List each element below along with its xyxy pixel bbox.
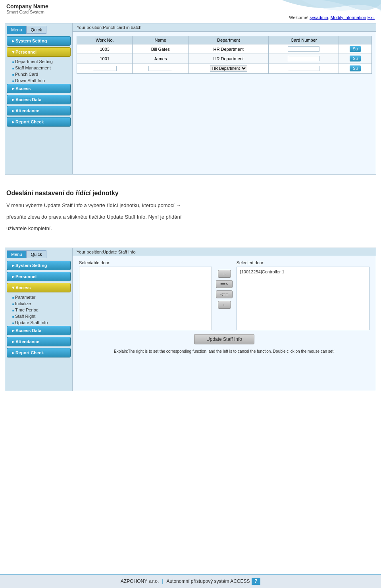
header-right: Welcome! sysadmin, Modify information Ex… <box>289 3 375 20</box>
new-work-no[interactable] <box>93 66 117 71</box>
app-window-2: Menu Quick ►System Setting ►Personnel ▼A… <box>5 248 376 391</box>
nav-access-2[interactable]: ▼Access <box>7 283 71 292</box>
company-name: Company Name <box>6 3 48 10</box>
app-window-1: Menu Quick ►System Setting ▼Personnel De… <box>5 23 376 175</box>
nav-report-check-1[interactable]: ►Report Check <box>7 117 71 127</box>
nav-staff-mgmt-1[interactable]: Staff Management <box>7 65 71 71</box>
footer-description: Autonomní přístupový systém ACCESS <box>166 578 250 584</box>
nav-time-period-2[interactable]: Time Period <box>7 307 71 313</box>
col-department: Department <box>188 36 269 44</box>
text-para-1: V menu vyberte Update Staff Info a vyber… <box>6 202 375 210</box>
door-columns: Selectable door: → ==> <== ← Selected do… <box>79 260 369 330</box>
dept-dropdown[interactable]: HR Department <box>210 65 247 72</box>
selected-door-box: Selected door: [10012254]Controller 1 <box>237 260 369 330</box>
nav-personnel-2[interactable]: ►Personnel <box>7 272 71 281</box>
tab-menu-1[interactable]: Menu <box>7 26 27 34</box>
card-input[interactable] <box>288 56 319 61</box>
cell-name: Bill Gates <box>133 44 188 54</box>
punch-card-table: Work No. Name Department Card Number 100… <box>77 36 372 74</box>
cell-dept: HR Department <box>188 44 269 54</box>
footer-divider: | <box>162 578 163 584</box>
nav-report-check-2[interactable]: ►Report Check <box>7 348 71 357</box>
nav-staff-right-2[interactable]: Staff Right <box>7 313 71 319</box>
selectable-door-label: Selectable door: <box>79 260 212 265</box>
arrow-right-all[interactable]: ==> <box>216 280 232 288</box>
window-body-2: Menu Quick ►System Setting ►Personnel ▼A… <box>5 248 376 391</box>
explain-text: Explain:The right is to set the correspo… <box>79 348 369 354</box>
position-bar-2: Your position:Update Staff Info <box>73 248 376 256</box>
col-work-no: Work No. <box>77 36 133 44</box>
footer: AZPOHONY s.r.o. | Autonomní přístupový s… <box>0 574 381 588</box>
cell-dept-new: HR Department <box>188 63 269 74</box>
nav-update-staff-2[interactable]: Update Staff Info <box>7 319 71 326</box>
nav-access-data-1[interactable]: ►Access Data <box>7 95 71 104</box>
cell-work-no-new <box>77 63 133 74</box>
submit-btn-2[interactable]: Su <box>350 56 361 61</box>
nav-access-1[interactable]: ►Access <box>7 84 71 93</box>
cell-submit-new: Su <box>339 63 372 74</box>
position-bar-1: Your position:Punch card in batch <box>73 23 376 32</box>
table-row: 1001 James HR Department Su <box>77 54 372 63</box>
submit-btn-new[interactable]: Su <box>350 65 361 71</box>
header: Company Name Smart Card System Welcome! … <box>0 0 381 20</box>
nav-punch-card-1[interactable]: Punch Card <box>7 71 71 77</box>
tab-menu-2[interactable]: Menu <box>7 250 27 258</box>
tab-quick-2[interactable]: Quick <box>27 250 46 258</box>
cell-card <box>269 44 339 54</box>
cell-work-no: 1001 <box>77 54 133 63</box>
exit-link[interactable]: Exit <box>368 15 375 20</box>
new-card[interactable] <box>288 66 319 71</box>
cell-name: James <box>133 54 188 63</box>
text-section: Odeslání nastavení do řídící jednotky V … <box>0 178 381 244</box>
window-body-1: Menu Quick ►System Setting ▼Personnel De… <box>5 23 376 174</box>
sidebar-tabs-1: Menu Quick <box>7 26 71 34</box>
welcome-text: Welcome! <box>289 15 308 20</box>
main-content-2: Your position:Update Staff Info Selectab… <box>73 248 376 391</box>
nav-parameter-2[interactable]: Parameter <box>7 294 71 300</box>
card-input[interactable] <box>288 46 319 52</box>
cell-work-no: 1003 <box>77 44 133 54</box>
arrow-right-single[interactable]: → <box>218 270 231 278</box>
nav-attendance-1[interactable]: ►Attendance <box>7 106 71 115</box>
cell-card-new <box>269 63 339 74</box>
col-action <box>339 36 372 44</box>
text-heading: Odeslání nastavení do řídící jednotky <box>6 190 375 197</box>
cell-submit: Su <box>339 44 372 54</box>
selected-door-label: Selected door: <box>237 260 369 265</box>
cell-card <box>269 54 339 63</box>
text-para-2: přesuňte zleva do prava a stiskněte tlač… <box>6 213 375 221</box>
selectable-door-box: Selectable door: <box>79 260 212 330</box>
selectable-door-list <box>79 267 212 330</box>
cell-submit: Su <box>339 54 372 63</box>
update-staff-btn[interactable]: Update Staff Info <box>194 334 254 344</box>
submit-btn-1[interactable]: Su <box>350 46 361 52</box>
footer-company: AZPOHONY s.r.o. <box>121 578 159 584</box>
nav-down-staff-1[interactable]: Down Staff Info <box>7 77 71 84</box>
arrow-left-all[interactable]: <== <box>216 290 232 298</box>
nav-attendance-2[interactable]: ►Attendance <box>7 337 71 346</box>
nav-dept-setting-1[interactable]: Department Setting <box>7 58 71 65</box>
nav-system-setting-2[interactable]: ►System Setting <box>7 261 71 270</box>
arrow-left-single[interactable]: ← <box>218 301 231 309</box>
table-row-new: HR Department Su <box>77 63 372 74</box>
selected-door-list: [10012254]Controller 1 <box>237 267 369 330</box>
nav-system-setting-1[interactable]: ►System Setting <box>7 36 71 46</box>
username-link[interactable]: sysadmin <box>310 15 328 20</box>
table-row: 1003 Bill Gates HR Department Su <box>77 44 372 54</box>
col-card-number: Card Number <box>269 36 339 44</box>
sidebar-2: Menu Quick ►System Setting ►Personnel ▼A… <box>5 248 73 391</box>
nav-access-data-2[interactable]: ►Access Data <box>7 326 71 335</box>
selected-door-item: [10012254]Controller 1 <box>239 269 368 275</box>
modify-link[interactable]: Modify information <box>331 15 366 20</box>
col-name: Name <box>133 36 188 44</box>
tab-quick-1[interactable]: Quick <box>27 26 46 34</box>
cell-dept: HR Department <box>188 54 269 63</box>
nav-initialize-2[interactable]: Initialize <box>7 300 71 307</box>
update-staff-panel: Selectable door: → ==> <== ← Selected do… <box>73 256 376 358</box>
sidebar-tabs-2: Menu Quick <box>7 250 71 258</box>
main-content-1: Your position:Punch card in batch Work N… <box>73 23 376 174</box>
footer-page-number: 7 <box>252 578 261 585</box>
nav-personnel-1[interactable]: ▼Personnel <box>7 47 71 57</box>
cell-name-new <box>133 63 188 74</box>
new-name[interactable] <box>148 66 172 71</box>
